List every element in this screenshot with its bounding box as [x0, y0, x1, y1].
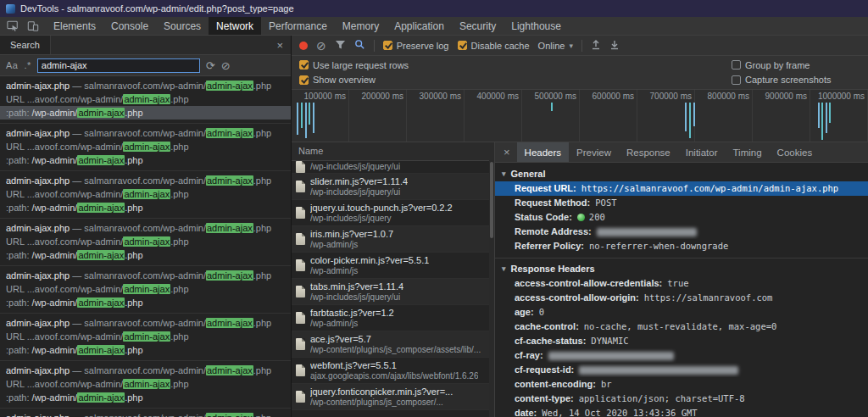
- header-row[interactable]: Status Code:200: [495, 210, 868, 225]
- header-row[interactable]: cf-ray:: [495, 348, 868, 363]
- filter-icon[interactable]: [335, 40, 346, 52]
- tab-memory[interactable]: Memory: [335, 17, 387, 35]
- search-result-title[interactable]: admin-ajax.php — salmanravoof.com/wp-adm…: [0, 316, 291, 330]
- throttling-dropdown[interactable]: Online ▾: [538, 41, 573, 51]
- detail-tab-preview[interactable]: Preview: [569, 142, 619, 162]
- result-url-label: URL: [6, 284, 27, 294]
- request-row[interactable]: farbtastic.js?ver=1.2/wp-admin/js: [292, 305, 494, 331]
- group-by-frame-checkbox[interactable]: Group by frame: [732, 60, 860, 70]
- search-result-path-line[interactable]: :path: /wp-admin/admin-ajax.php: [0, 201, 291, 214]
- request-row[interactable]: color-picker.min.js?ver=5.5.1/wp-admin/j…: [292, 253, 494, 279]
- search-refresh-icon[interactable]: ⟳: [206, 60, 215, 71]
- network-search-icon[interactable]: [354, 39, 365, 52]
- inspect-element-icon[interactable]: [7, 20, 19, 32]
- detail-tab-initiator[interactable]: Initiator: [678, 142, 726, 162]
- search-match: admin-ajax: [123, 284, 170, 294]
- search-result-path-line[interactable]: :path: /wp-admin/admin-ajax.php: [0, 153, 291, 167]
- disable-cache-checkbox[interactable]: Disable cache: [458, 41, 530, 51]
- import-har-icon[interactable]: [591, 39, 601, 52]
- detail-tab-cookies[interactable]: Cookies: [770, 142, 821, 162]
- detail-tab-headers[interactable]: Headers: [517, 142, 569, 162]
- export-har-icon[interactable]: [609, 39, 620, 52]
- search-result-path-line[interactable]: :path: /wp-admin/admin-ajax.php: [0, 248, 291, 262]
- request-list-header[interactable]: Name: [292, 142, 494, 161]
- request-row[interactable]: slider.min.js?ver=1.11.4/wp-includes/js/…: [292, 174, 494, 200]
- detail-close-icon[interactable]: ×: [497, 146, 517, 158]
- request-row[interactable]: tabs.min.js?ver=1.11.4/wp-includes/js/jq…: [292, 279, 494, 305]
- match-case-toggle[interactable]: Aa: [6, 60, 18, 70]
- request-list-scrollbar[interactable]: [489, 160, 494, 417]
- header-row[interactable]: Referrer Policy:no-referrer-when-downgra…: [495, 239, 868, 253]
- overview-activity-bar: [826, 103, 827, 133]
- search-result-title[interactable]: admin-ajax.php — salmanravoof.com/wp-adm…: [0, 269, 291, 282]
- header-row[interactable]: Request URL:https://salmanravoof.com/wp-…: [495, 181, 868, 196]
- header-row[interactable]: content-type:application/json; charset=U…: [495, 392, 868, 406]
- search-clear-icon[interactable]: ⊘: [221, 60, 231, 71]
- search-result-url-line[interactable]: URL ...avoof.com/wp-admin/admin-ajax.php: [0, 140, 291, 153]
- tab-console[interactable]: Console: [103, 17, 156, 35]
- search-result-url-line[interactable]: URL ...avoof.com/wp-admin/admin-ajax.php: [0, 330, 291, 343]
- header-row[interactable]: cf-cache-status:DYNAMIC: [495, 334, 868, 348]
- header-row[interactable]: date:Wed, 14 Oct 2020 13:43:36 GMT: [495, 406, 868, 417]
- tab-sources[interactable]: Sources: [156, 17, 209, 35]
- tab-network[interactable]: Network: [209, 17, 261, 35]
- search-result-url-line[interactable]: URL ...avoof.com/wp-admin/admin-ajax.php: [0, 235, 291, 248]
- section-header[interactable]: ▾Response Headers: [495, 261, 868, 276]
- detail-tab-response[interactable]: Response: [619, 142, 678, 162]
- regex-toggle[interactable]: .*: [24, 60, 31, 70]
- request-row[interactable]: iris.min.js?ver=1.0.7/wp-admin/js: [292, 226, 494, 253]
- result-url-value-prefix: ...avoof.com/wp-admin/: [27, 236, 124, 247]
- search-result-title[interactable]: admin-ajax.php — salmanravoof.com/wp-adm…: [0, 79, 291, 92]
- search-result-path-line[interactable]: :path: /wp-admin/admin-ajax.php: [0, 106, 291, 120]
- result-path-label: :path:: [6, 345, 32, 355]
- section-title: Response Headers: [511, 264, 595, 274]
- device-toolbar-icon[interactable]: [27, 20, 39, 32]
- search-result-group: admin-ajax.php — salmanravoof.com/wp-adm…: [0, 219, 291, 266]
- preserve-log-checkbox[interactable]: Preserve log: [383, 41, 449, 51]
- header-row[interactable]: cf-request-id:: [495, 363, 868, 377]
- clear-requests-icon[interactable]: ⊘: [316, 40, 326, 52]
- use-large-rows-checkbox[interactable]: Use large request rows: [299, 60, 732, 70]
- capture-screenshots-checkbox[interactable]: Capture screenshots: [732, 75, 860, 85]
- show-overview-checkbox[interactable]: Show overview: [299, 75, 732, 85]
- tab-security[interactable]: Security: [452, 17, 504, 35]
- search-result-url-line[interactable]: URL ...avoof.com/wp-admin/admin-ajax.php: [0, 187, 291, 201]
- tab-lighthouse[interactable]: Lighthouse: [504, 17, 569, 35]
- record-button[interactable]: [299, 42, 308, 50]
- search-result-title[interactable]: admin-ajax.php — salmanravoof.com/wp-adm…: [0, 221, 291, 235]
- request-row[interactable]: jquery.ui.touch-punch.js?ver=0.2.2/wp-in…: [292, 200, 494, 226]
- search-result-url-line[interactable]: URL ...avoof.com/wp-admin/admin-ajax.php: [0, 282, 291, 296]
- request-row[interactable]: jquery.fonticonpicker.min.js?ver=.../wp-…: [292, 384, 494, 410]
- search-result-title[interactable]: admin-ajax.php — salmanravoof.com/wp-adm…: [0, 174, 291, 187]
- header-row[interactable]: cache-control:no-cache, must-revalidate,…: [495, 320, 868, 334]
- search-result-title[interactable]: admin-ajax.php — salmanravoof.com/wp-adm…: [0, 364, 291, 377]
- scrollbar-thumb[interactable]: [490, 162, 493, 238]
- header-row[interactable]: Request Method:POST: [495, 196, 868, 210]
- search-match: admin-ajax: [77, 345, 125, 355]
- search-result-url-line[interactable]: URL ...avoof.com/wp-admin/admin-ajax.php: [0, 92, 291, 106]
- search-result-path-line[interactable]: :path: /wp-admin/admin-ajax.php: [0, 343, 291, 357]
- request-row[interactable]: ace.js?ver=5.7/wp-content/plugins/js_com…: [292, 331, 494, 358]
- header-row[interactable]: age:0: [495, 305, 868, 320]
- network-overview-timeline[interactable]: 100000 ms200000 ms300000 ms400000 ms5000…: [292, 90, 868, 142]
- overview-activity-bar: [685, 103, 687, 131]
- search-result-path-line[interactable]: :path: /wp-admin/admin-ajax.php: [0, 391, 291, 404]
- search-drawer-close-icon[interactable]: ×: [269, 39, 291, 52]
- search-result-path-line[interactable]: :path: /wp-admin/admin-ajax.php: [0, 296, 291, 309]
- header-row[interactable]: Remote Address:: [495, 225, 868, 239]
- detail-tab-timing[interactable]: Timing: [725, 142, 769, 162]
- search-input[interactable]: [37, 58, 200, 73]
- header-row[interactable]: access-control-allow-credentials:true: [495, 276, 868, 291]
- search-result-title[interactable]: admin-ajax.php — salmanravoof.com/wp-adm…: [0, 411, 291, 417]
- search-result-url-line[interactable]: URL ...avoof.com/wp-admin/admin-ajax.php: [0, 377, 291, 391]
- header-row[interactable]: access-control-allow-origin:https://salm…: [495, 291, 868, 305]
- tab-application[interactable]: Application: [387, 17, 452, 35]
- search-match: admin-ajax: [206, 81, 253, 91]
- header-row[interactable]: content-encoding:br: [495, 377, 868, 392]
- tab-elements[interactable]: Elements: [46, 17, 103, 35]
- section-header[interactable]: ▾General: [495, 166, 868, 181]
- request-row[interactable]: /wp-includes/js/jquery/ui: [292, 161, 494, 174]
- request-row[interactable]: webfont.js?ver=5.5.1ajax.googleapis.com/…: [292, 358, 494, 384]
- search-result-title[interactable]: admin-ajax.php — salmanravoof.com/wp-adm…: [0, 126, 291, 140]
- tab-performance[interactable]: Performance: [261, 17, 335, 35]
